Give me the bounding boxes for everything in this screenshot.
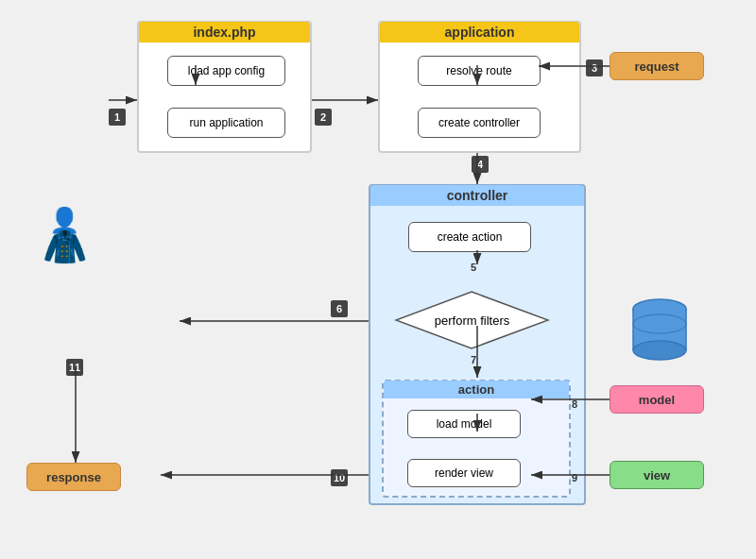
- panel-index-php-header: index.php: [139, 22, 310, 42]
- box-resolve-route: resolve route: [418, 56, 541, 86]
- box-response: response: [26, 463, 121, 491]
- user-figure: 👤 🧥: [36, 208, 93, 264]
- box-run-application: run application: [167, 108, 285, 138]
- step-11-badge: 11: [66, 359, 83, 376]
- step-8-label: 8: [572, 398, 577, 410]
- panel-application-header: application: [380, 22, 579, 42]
- svg-point-3: [633, 341, 686, 360]
- step-4-badge: 4: [472, 156, 489, 173]
- step-9-label: 9: [572, 472, 577, 483]
- step-3-badge: 3: [586, 59, 603, 76]
- database-icon: [631, 297, 688, 364]
- panel-action-header: action: [384, 381, 569, 398]
- box-load-model: load model: [407, 410, 521, 438]
- panel-index-php: index.php load app config run applicatio…: [137, 21, 312, 153]
- box-view: view: [610, 461, 704, 489]
- step-10-badge: 10: [331, 469, 348, 486]
- panel-action: action load model render view: [382, 380, 571, 498]
- box-request: request: [610, 52, 704, 80]
- step-1-badge: 1: [109, 109, 126, 126]
- diagram-container: index.php load app config run applicatio…: [0, 0, 756, 559]
- box-model: model: [610, 385, 704, 414]
- perform-filters-label: perform filters: [435, 313, 509, 328]
- diamond-perform-filters: perform filters: [394, 290, 550, 351]
- panel-controller-header: controller: [370, 185, 584, 206]
- step-2-badge: 2: [315, 109, 332, 126]
- step-6-badge: 6: [331, 300, 348, 317]
- step-7-label: 7: [471, 354, 476, 365]
- box-load-app-config: load app config: [167, 56, 285, 86]
- step-5-label: 5: [471, 262, 476, 273]
- panel-controller: controller create action perform filters…: [369, 184, 586, 505]
- panel-application: application resolve route create control…: [378, 21, 581, 153]
- box-create-controller: create controller: [418, 108, 541, 138]
- box-create-action: create action: [408, 222, 531, 252]
- box-render-view: render view: [407, 459, 521, 487]
